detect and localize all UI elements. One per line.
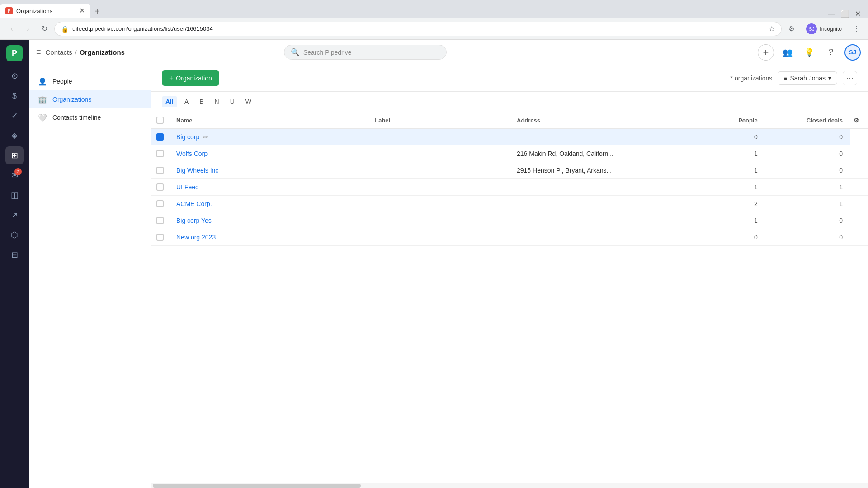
filter-icon: ≡ — [783, 75, 787, 82]
new-tab-button[interactable]: + — [90, 5, 104, 18]
alpha-btn-w[interactable]: W — [242, 96, 255, 107]
org-name-link-7[interactable]: New org 2023 — [176, 234, 216, 241]
row-name-4: UI Feed ✏ — [169, 179, 368, 196]
org-name-link-1[interactable]: Big corp — [176, 133, 199, 141]
alpha-btn-a[interactable]: A — [181, 96, 192, 107]
table-row: Big corp Yes ✏ 1 0 — [151, 212, 868, 229]
filter-arrow-icon: ▾ — [828, 75, 831, 82]
extensions-button[interactable]: ⚙ — [785, 23, 798, 35]
org-name-link-2[interactable]: Wolfs Corp — [176, 150, 208, 157]
row-checkbox-3[interactable] — [151, 162, 169, 179]
forward-button[interactable]: › — [22, 23, 34, 35]
nav-item-contacts-timeline[interactable]: 🤍 Contacts timeline — [29, 108, 151, 127]
table-row: Big corp ✏ 0 0 — [151, 129, 868, 145]
sidebar-icon-reports[interactable]: ↗ — [5, 206, 24, 224]
contacts-timeline-nav-icon: 🤍 — [38, 113, 47, 122]
left-sidebar: P ⊙ $ ✓ ◈ ⊞ ✉ 2 ◫ ↗ ⬡ ⊟ — [0, 40, 29, 488]
bulb-icon-button[interactable]: 💡 — [801, 44, 817, 61]
help-icon-button[interactable]: ? — [823, 44, 839, 61]
row-closed-deals-6: 0 — [765, 212, 850, 229]
row-checkbox-5[interactable] — [151, 196, 169, 212]
add-organization-button[interactable]: + Organization — [162, 70, 219, 86]
sidebar-icon-marketplace[interactable]: ⊟ — [5, 246, 24, 264]
people-icon-button[interactable]: 👥 — [779, 44, 796, 61]
org-name-link-6[interactable]: Big corp Yes — [176, 217, 212, 224]
org-name-link-3[interactable]: Big Wheels Inc — [176, 167, 218, 174]
filter-button[interactable]: ≡ Sarah Jonas ▾ — [778, 71, 837, 85]
breadcrumb-parent[interactable]: Contacts — [46, 48, 72, 56]
row-checkbox-6[interactable] — [151, 212, 169, 229]
row-checkbox-2[interactable] — [151, 145, 169, 162]
alpha-btn-n[interactable]: N — [211, 96, 223, 107]
back-button[interactable]: ‹ — [5, 23, 18, 35]
sidebar-icon-deals[interactable]: $ — [5, 87, 24, 105]
sidebar-icon-products[interactable]: ⬡ — [5, 226, 24, 244]
tab-close-button[interactable]: ✕ — [79, 7, 85, 14]
add-button[interactable]: + — [758, 44, 774, 61]
row-select-checkbox-1[interactable] — [156, 133, 164, 141]
user-avatar-button[interactable]: SJ — [844, 44, 861, 61]
breadcrumb-current: Organizations — [80, 48, 125, 56]
row-select-checkbox-6[interactable] — [156, 217, 164, 224]
row-people-1: 0 — [708, 129, 765, 145]
row-closed-deals-3: 0 — [765, 162, 850, 179]
alpha-btn-b[interactable]: B — [196, 96, 207, 107]
row-people-3: 1 — [708, 162, 765, 179]
col-header-settings[interactable]: ⚙ — [850, 112, 868, 129]
refresh-button[interactable]: ↻ — [38, 23, 51, 35]
breadcrumb-hamburger[interactable]: ≡ — [36, 47, 41, 57]
col-header-closed-deals: Closed deals — [765, 112, 850, 129]
scrollbar-thumb[interactable] — [153, 484, 361, 488]
sidebar-icon-leads[interactable]: ◈ — [5, 127, 24, 145]
table-row: Big Wheels Inc ✏ 2915 Henson Pl, Bryant,… — [151, 162, 868, 179]
edit-icon-1[interactable]: ✏ — [203, 133, 208, 141]
nav-item-organizations[interactable]: 🏢 Organizations — [29, 90, 151, 108]
row-select-checkbox-4[interactable] — [156, 183, 164, 191]
organizations-table: Name Label Address People Closed deals ⚙ — [151, 112, 868, 246]
app-logo[interactable]: P — [6, 45, 23, 61]
row-checkbox-7[interactable] — [151, 229, 169, 246]
sidebar-icon-mail[interactable]: ✉ 2 — [5, 166, 24, 184]
row-select-checkbox-3[interactable] — [156, 167, 164, 174]
row-address-4 — [509, 179, 708, 196]
alpha-btn-all[interactable]: All — [162, 96, 177, 107]
maximize-button[interactable]: ⬜ — [840, 9, 849, 18]
add-org-label: Organization — [176, 75, 212, 82]
sidebar-icon-home[interactable]: ⊙ — [5, 67, 24, 85]
toolbar: + Organization 7 organizations ≡ Sarah J… — [151, 65, 868, 92]
col-header-people: People — [708, 112, 765, 129]
org-name-link-5[interactable]: ACME Corp. — [176, 200, 212, 207]
close-window-button[interactable]: ✕ — [855, 9, 861, 18]
alphabet-filter: All A B N U W — [151, 92, 868, 112]
row-address-5 — [509, 196, 708, 212]
incognito-label: Incognito — [820, 26, 842, 32]
row-select-checkbox-7[interactable] — [156, 234, 164, 241]
row-checkbox-4[interactable] — [151, 179, 169, 196]
more-options-button[interactable]: ··· — [843, 71, 857, 85]
select-all-checkbox[interactable] — [156, 117, 164, 124]
browser-tab-active[interactable]: P Organizations ✕ — [0, 4, 90, 18]
row-select-checkbox-5[interactable] — [156, 200, 164, 207]
alpha-btn-u[interactable]: U — [226, 96, 238, 107]
row-label-5 — [368, 196, 509, 212]
url-text: uifeed.pipedrive.com/organizations/list/… — [72, 25, 765, 32]
global-search-bar[interactable]: 🔍 — [284, 45, 447, 60]
sidebar-icon-activities[interactable]: ✓ — [5, 107, 24, 125]
nav-item-people[interactable]: 👤 People — [29, 72, 151, 90]
search-input[interactable] — [303, 49, 440, 56]
minimize-button[interactable]: — — [828, 10, 835, 18]
bookmark-icon[interactable]: ☆ — [769, 24, 775, 33]
org-name-link-4[interactable]: UI Feed — [176, 183, 199, 191]
sidebar-icon-calendar[interactable]: ◫ — [5, 186, 24, 204]
horizontal-scrollbar[interactable] — [151, 483, 868, 488]
sidebar-icon-contacts[interactable]: ⊞ — [5, 146, 24, 164]
browser-menu-button[interactable]: ⋮ — [850, 23, 863, 35]
row-name-3: Big Wheels Inc ✏ — [169, 162, 368, 179]
row-checkbox-1[interactable] — [151, 129, 169, 145]
app: P ⊙ $ ✓ ◈ ⊞ ✉ 2 ◫ ↗ ⬡ ⊟ ≡ Contacts / Org… — [0, 40, 868, 488]
org-count: 7 organizations — [729, 75, 772, 82]
row-select-checkbox-2[interactable] — [156, 150, 164, 157]
row-people-2: 1 — [708, 145, 765, 162]
table-row: New org 2023 ✏ 0 0 — [151, 229, 868, 246]
address-bar[interactable]: 🔒 uifeed.pipedrive.com/organizations/lis… — [54, 22, 782, 36]
